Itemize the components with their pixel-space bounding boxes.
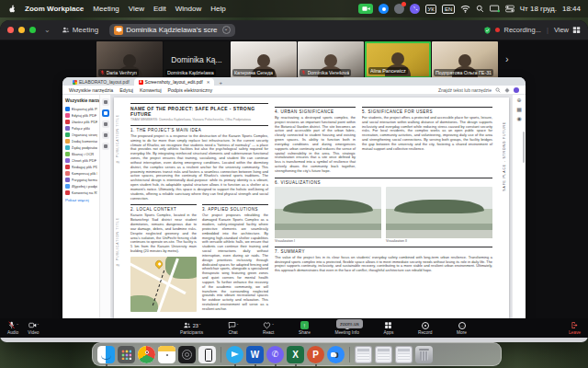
search-icon[interactable] bbox=[495, 87, 501, 93]
video-tile-daria[interactable]: Daria Venhryn bbox=[96, 41, 163, 78]
video-tile-alina-speaking[interactable]: Alina Pancewicz bbox=[365, 41, 431, 78]
acrobat-menu-esign[interactable]: Podpis elektroniczny bbox=[168, 87, 213, 93]
react-chevron-icon[interactable] bbox=[272, 324, 274, 328]
keyboard-layout-uk[interactable]: УК bbox=[425, 5, 436, 14]
dock-telegram-icon[interactable] bbox=[226, 346, 243, 363]
acrobat-menu-all-tools[interactable]: Wszystkie narzędzia bbox=[69, 87, 113, 93]
view-button[interactable]: View bbox=[554, 26, 569, 34]
tool-convert-rtf[interactable]: Konwertuj na RTF bbox=[65, 190, 97, 196]
dock-excel-icon[interactable] bbox=[287, 346, 304, 363]
react-button[interactable]: React bbox=[263, 321, 275, 335]
menu-edit[interactable]: Edit bbox=[153, 5, 166, 13]
dock-chrome-icon[interactable] bbox=[138, 346, 155, 363]
browser-tab-1[interactable]: ELABORATO_layout.pdf bbox=[68, 78, 134, 86]
next-participants-chevron-icon[interactable] bbox=[505, 53, 509, 64]
acrobat-menu-convert[interactable]: Konwertuj bbox=[140, 87, 162, 93]
select-tool-icon[interactable] bbox=[102, 98, 109, 106]
tab-options-icon[interactable] bbox=[222, 26, 231, 34]
more-button[interactable]: More bbox=[457, 321, 467, 335]
dock-minimized-window-2[interactable] bbox=[375, 346, 392, 363]
tool-redact-pdf[interactable]: Redaguj plik PDF bbox=[65, 164, 97, 170]
highlight-tool-icon[interactable] bbox=[102, 132, 109, 139]
menu-meeting[interactable]: Meeting bbox=[93, 5, 119, 13]
menu-view[interactable]: View bbox=[129, 5, 144, 13]
video-tile-dominika-v[interactable]: Dominika Verešová bbox=[298, 41, 364, 78]
chat-button[interactable]: Chat bbox=[228, 321, 239, 335]
dock-zoom-icon[interactable] bbox=[327, 346, 345, 363]
chat-chevron-icon[interactable] bbox=[237, 324, 239, 328]
dock-touch-id-icon[interactable] bbox=[178, 346, 196, 363]
video-tile-kateryna[interactable]: Катерина Сегеда bbox=[231, 41, 297, 78]
tool-request-signatures[interactable]: Żądaj podpisów elektronicznych bbox=[65, 144, 97, 151]
security-shield-icon[interactable] bbox=[483, 26, 492, 35]
video-tile-olha[interactable]: Подпрятова Ольга ГЕ-31 bbox=[432, 41, 498, 78]
dock-finder-icon[interactable] bbox=[97, 346, 115, 363]
apple-logo-icon[interactable] bbox=[7, 5, 17, 14]
close-window-button[interactable] bbox=[7, 27, 14, 33]
menubar-date[interactable]: Чт 18 груд. bbox=[520, 5, 557, 13]
dock-minimized-window-1[interactable] bbox=[355, 346, 372, 363]
recording-status[interactable]: Recording... bbox=[503, 26, 540, 34]
tool-organize-pages[interactable]: Organizuj strony bbox=[65, 132, 97, 138]
show-more-link[interactable]: Pokaż więcej bbox=[65, 198, 97, 202]
tool-prepare-form[interactable]: Przygotuj formularz bbox=[65, 177, 97, 183]
tab-shared-screen[interactable]: Dominika Kądzielawa's scre bbox=[109, 24, 234, 37]
tool-protect-pdf[interactable]: Chroń plik PDF bbox=[65, 157, 97, 164]
minimize-window-button[interactable] bbox=[18, 27, 25, 33]
participants-chevron-icon[interactable] bbox=[199, 324, 201, 328]
comment-tool-icon[interactable] bbox=[102, 121, 109, 128]
tool-scan-ocr[interactable]: Skanuj i OCR bbox=[65, 151, 97, 157]
tool-combine-files[interactable]: Połącz pliki bbox=[65, 125, 97, 132]
audio-button[interactable]: Audio bbox=[7, 321, 18, 335]
new-tab-button[interactable] bbox=[219, 80, 222, 86]
search-icon[interactable] bbox=[476, 5, 484, 13]
dock-launchpad-icon[interactable] bbox=[118, 346, 135, 363]
tool-fill-sign[interactable]: Wypełnij i podpisz bbox=[65, 183, 97, 190]
video-chevron-icon[interactable] bbox=[38, 324, 40, 328]
notification-badge-icon[interactable] bbox=[394, 4, 404, 14]
browser-tab-2-active[interactable]: Screenshoty_layout_edit.pdf bbox=[134, 78, 215, 86]
share-button[interactable]: Share bbox=[299, 321, 311, 335]
dock-word-icon[interactable] bbox=[246, 346, 264, 363]
screen-recording-camera-icon[interactable] bbox=[358, 4, 373, 14]
keyboard-layout-en[interactable]: EN bbox=[442, 5, 454, 14]
edit-tool-icon-selected[interactable] bbox=[102, 109, 109, 117]
page-thumbnails-icon[interactable] bbox=[516, 107, 522, 112]
record-button[interactable]: Record bbox=[418, 321, 432, 335]
dock-iphone-mirroring-icon[interactable] bbox=[198, 346, 216, 363]
draw-tool-icon[interactable] bbox=[102, 143, 109, 150]
leave-button[interactable]: Leave bbox=[569, 321, 581, 335]
menubar-clock[interactable]: 18:44 bbox=[562, 5, 581, 13]
fullscreen-window-button[interactable] bbox=[29, 27, 36, 33]
dock-notes-icon[interactable] bbox=[158, 346, 175, 363]
wifi-icon[interactable] bbox=[460, 5, 470, 13]
viber-icon[interactable] bbox=[410, 4, 420, 14]
close-tab-icon[interactable] bbox=[207, 80, 210, 85]
menu-help[interactable]: Help bbox=[210, 5, 225, 13]
tool-export-pdf[interactable]: Eksportuj plik PDF bbox=[65, 106, 97, 112]
tab-meeting[interactable]: Meeting bbox=[62, 26, 98, 34]
history-icon[interactable] bbox=[516, 116, 521, 121]
view-layout-icon[interactable] bbox=[572, 26, 581, 34]
tool-add-comments[interactable]: Dodaj komentarze bbox=[65, 138, 97, 144]
window-chevron-icon[interactable]: ⌄ bbox=[44, 26, 51, 34]
menubar-app-name[interactable]: Zoom Workplace bbox=[25, 5, 84, 13]
dock-powerpoint-icon[interactable] bbox=[307, 346, 324, 363]
scrollbar[interactable] bbox=[523, 132, 525, 163]
dock-trash-icon[interactable] bbox=[415, 346, 433, 363]
dock-minimized-window-3[interactable] bbox=[395, 346, 413, 363]
dock-viber-icon[interactable] bbox=[266, 346, 284, 363]
acrobat-menu-edit[interactable]: Edytuj bbox=[119, 87, 133, 93]
video-button[interactable]: Video bbox=[28, 321, 39, 335]
audio-chevron-icon[interactable] bbox=[17, 324, 18, 328]
participants-button[interactable]: 23 Participants bbox=[180, 321, 203, 335]
video-tile-dominika-k[interactable]: Dominika Ką... Dominika Kądzielawa bbox=[164, 41, 230, 78]
menu-window[interactable]: Window bbox=[175, 5, 201, 13]
screen-mirroring-icon[interactable] bbox=[490, 5, 500, 13]
tool-create-pdf[interactable]: Utwórz plik PDF bbox=[65, 119, 97, 125]
apps-button[interactable]: Apps bbox=[383, 321, 393, 335]
extensions-icon[interactable] bbox=[504, 87, 510, 93]
tool-edit-pdf[interactable]: Edytuj plik PDF bbox=[65, 112, 97, 119]
profile-avatar[interactable] bbox=[514, 87, 519, 93]
tool-compress-pdf[interactable]: Kompresuj plik PDF bbox=[65, 170, 97, 177]
